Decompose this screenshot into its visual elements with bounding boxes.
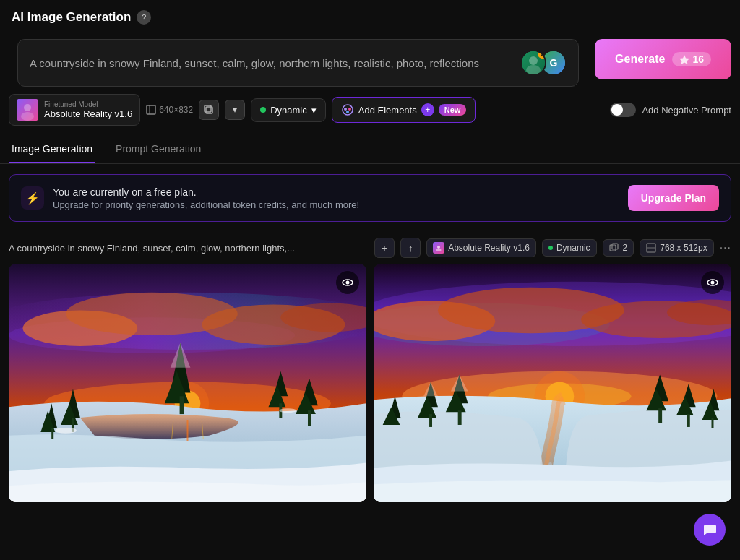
svg-rect-20 (612, 244, 618, 249)
resize-icon (146, 105, 156, 115)
svg-point-16 (346, 111, 349, 113)
add-elements-label: Add Elements (358, 105, 417, 116)
model-tag: Absolute Reality v1.6 (426, 238, 536, 257)
svg-rect-19 (610, 245, 616, 251)
generation-prompt-preview: A countryside in snowy Finland, sunset, … (9, 243, 369, 254)
token-icon (679, 54, 689, 64)
chat-bubble[interactable] (694, 514, 726, 546)
tab-image-generation[interactable]: Image Generation (9, 136, 95, 163)
svg-point-90 (711, 281, 715, 285)
image-count-icon (609, 243, 619, 253)
svg-rect-9 (147, 105, 155, 114)
svg-rect-38 (51, 428, 53, 439)
image-grid (0, 264, 740, 511)
prompt-text: A countryside in snowy Finland, sunset, … (30, 57, 520, 69)
more-options-button[interactable]: ··· (720, 241, 731, 254)
negative-prompt-toggle[interactable] (610, 103, 636, 117)
svg-marker-5 (679, 55, 689, 64)
model-info: Finetuned Model Absolute Reality v1.6 (44, 100, 132, 119)
image-svg-2 (374, 264, 731, 502)
avatar-1: 1 (520, 50, 546, 76)
negative-prompt-group: Add Negative Prompt (610, 103, 731, 117)
app-header: AI Image Generation ? (0, 0, 740, 32)
model-name: Absolute Reality v1.6 (44, 108, 132, 119)
image-card-2 (374, 264, 731, 502)
help-icon[interactable]: ? (137, 10, 151, 25)
add-elements-button[interactable]: Add Elements + New (332, 97, 476, 123)
add-action-button[interactable]: + (374, 238, 395, 258)
alert-subtitle: Upgrade for priority generations, additi… (53, 199, 619, 210)
svg-point-17 (437, 246, 440, 249)
svg-point-8 (21, 112, 34, 121)
model-selector[interactable]: Finetuned Model Absolute Reality v1.6 (9, 94, 140, 126)
tabs-row: Image Generation Prompt Generation (0, 136, 740, 164)
token-badge: 16 (672, 52, 711, 66)
svg-rect-80 (687, 414, 690, 427)
eye-icon-2 (707, 277, 718, 288)
svg-point-52 (55, 428, 77, 434)
prompt-section: A countryside in snowy Finland, sunset, … (0, 32, 740, 87)
svg-point-18 (436, 249, 442, 251)
style-dropdown[interactable]: Dynamic ▾ (251, 98, 326, 122)
svg-rect-83 (712, 418, 714, 428)
dropdown-chevron[interactable]: ▾ (225, 100, 245, 120)
upload-action-button[interactable]: ↑ (400, 238, 421, 258)
svg-point-15 (348, 108, 351, 111)
svg-point-1 (529, 56, 538, 65)
size-tag: 768 x 512px (640, 239, 713, 257)
size-badge: 640×832 (146, 105, 193, 115)
svg-rect-44 (180, 396, 184, 414)
elements-icon (341, 103, 354, 116)
view-button-2[interactable] (701, 271, 724, 294)
model-tag-icon (433, 242, 444, 254)
svg-text:G: G (550, 57, 558, 69)
svg-point-55 (346, 281, 350, 285)
style-label: Dynamic (270, 105, 307, 116)
svg-point-14 (344, 108, 347, 111)
plus-icon: + (421, 103, 434, 116)
svg-point-53 (279, 408, 296, 413)
chat-icon (702, 522, 718, 538)
svg-rect-51 (308, 410, 311, 426)
style-tag-dot (548, 246, 553, 250)
svg-rect-77 (658, 408, 662, 423)
view-button-1[interactable] (336, 271, 359, 294)
model-label: Finetuned Model (44, 100, 132, 108)
eye-icon-1 (342, 277, 353, 288)
style-indicator (260, 107, 266, 113)
svg-rect-71 (429, 414, 432, 427)
alert-banner: ⚡ You are currently on a free plan. Upgr… (9, 174, 731, 222)
generate-label: Generate (615, 53, 665, 66)
upgrade-button[interactable]: Upgrade Plan (628, 185, 719, 211)
count-tag: 2 (603, 239, 634, 257)
generation-info-row: A countryside in snowy Finland, sunset, … (0, 232, 740, 264)
new-badge: New (439, 104, 467, 116)
svg-point-7 (24, 104, 31, 111)
lightning-icon: ⚡ (21, 186, 44, 210)
model-avatar (17, 99, 38, 121)
dimensions-icon (646, 243, 656, 253)
style-tag: Dynamic (542, 239, 597, 257)
copy-button[interactable] (199, 100, 219, 120)
avatar-group: 1 G (520, 50, 567, 76)
alert-title: You are currently on a free plan. (53, 186, 619, 198)
app-title: AI Image Generation (12, 10, 131, 25)
prompt-bar[interactable]: A countryside in snowy Finland, sunset, … (17, 39, 579, 87)
svg-rect-74 (458, 410, 462, 425)
generation-actions: + ↑ Absolute Reality v1.6 Dynamic 2 768 … (374, 238, 731, 258)
image-card-1 (9, 264, 366, 502)
image-svg-1 (9, 264, 366, 502)
generate-button[interactable]: Generate 16 (595, 39, 731, 79)
chevron-down-icon: ▾ (311, 105, 317, 116)
tab-prompt-generation[interactable]: Prompt Generation (113, 136, 204, 163)
alert-text: You are currently on a free plan. Upgrad… (53, 186, 619, 210)
controls-row: Finetuned Model Absolute Reality v1.6 64… (0, 87, 740, 133)
negative-prompt-label: Add Negative Prompt (642, 105, 731, 116)
